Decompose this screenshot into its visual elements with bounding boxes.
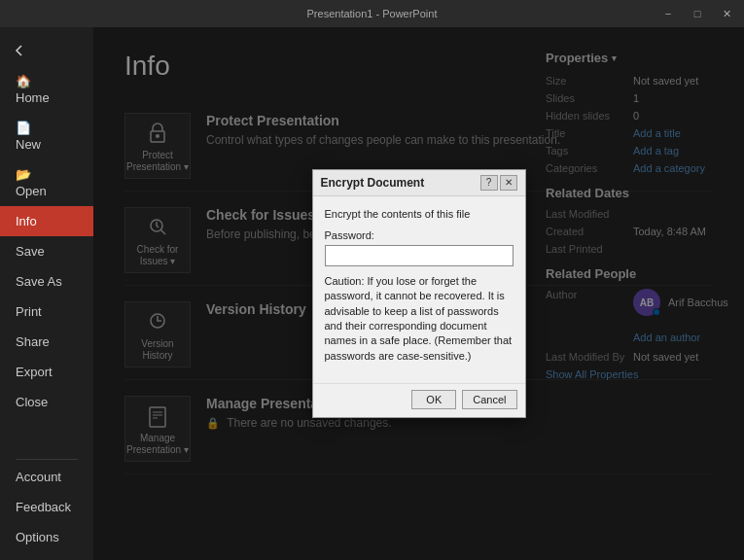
sidebar-label-info: Info: [16, 214, 37, 228]
dialog-titlebar: Encrypt Document ? ✕: [313, 170, 525, 196]
sidebar-label-close: Close: [16, 395, 48, 409]
sidebar-label-save: Save: [16, 244, 45, 259]
sidebar-item-save-as[interactable]: Save As: [0, 266, 93, 297]
minimize-button[interactable]: −: [655, 3, 682, 24]
sidebar-label-open: Open: [16, 184, 47, 198]
dialog-warning-text: Caution: If you lose or forget the passw…: [325, 274, 514, 364]
sidebar-label-share: Share: [16, 334, 50, 349]
sidebar: 🏠 Home 📄 New 📂 Open Info Save Save As Pr…: [0, 27, 93, 560]
sidebar-label-save-as: Save As: [16, 274, 62, 289]
topbar-title: Presentation1 - PowerPoint: [307, 8, 438, 19]
sidebar-spacer: [0, 417, 93, 457]
sidebar-item-export[interactable]: Export: [0, 357, 93, 387]
sidebar-item-share[interactable]: Share: [0, 327, 93, 357]
sidebar-item-print[interactable]: Print: [0, 297, 93, 327]
sidebar-item-close[interactable]: Close: [0, 387, 93, 417]
sidebar-item-options[interactable]: Options: [0, 522, 93, 552]
dialog-body: Encrypt the contents of this file Passwo…: [313, 196, 525, 383]
topbar: Presentation1 - PowerPoint − □ ✕: [0, 0, 744, 27]
sidebar-label-account: Account: [16, 470, 61, 484]
new-icon: 📄: [16, 121, 31, 135]
dialog-footer: OK Cancel: [313, 383, 525, 417]
sidebar-item-home[interactable]: 🏠 Home: [0, 66, 93, 113]
sidebar-item-save[interactable]: Save: [0, 236, 93, 266]
dialog-close-button[interactable]: ✕: [500, 175, 517, 191]
sidebar-item-feedback[interactable]: Feedback: [0, 492, 93, 522]
sidebar-label-options: Options: [16, 530, 59, 544]
back-icon: [12, 43, 27, 58]
dialog-controls: ? ✕: [480, 175, 517, 191]
dialog-password-input[interactable]: [325, 245, 514, 266]
main-layout: 🏠 Home 📄 New 📂 Open Info Save Save As Pr…: [0, 27, 744, 560]
sidebar-label-home: Home: [16, 90, 50, 105]
dialog-help-button[interactable]: ?: [480, 175, 498, 191]
content-area: Info ProtectPresentation ▾ Protect Prese…: [93, 27, 744, 560]
dialog-title: Encrypt Document: [321, 176, 425, 190]
sidebar-label-export: Export: [16, 365, 53, 379]
open-icon: 📂: [16, 167, 31, 182]
dialog-overlay: Encrypt Document ? ✕ Encrypt the content…: [93, 27, 744, 560]
dialog-password-label: Password:: [325, 229, 514, 241]
dialog-cancel-button[interactable]: Cancel: [462, 390, 516, 409]
topbar-controls: − □ ✕: [655, 3, 744, 24]
dialog-ok-button[interactable]: OK: [411, 390, 456, 409]
sidebar-back-button[interactable]: [0, 35, 93, 66]
sidebar-divider: [16, 459, 78, 460]
sidebar-item-open[interactable]: 📂 Open: [0, 159, 93, 206]
close-window-button[interactable]: ✕: [713, 3, 740, 24]
sidebar-item-new[interactable]: 📄 New: [0, 113, 93, 159]
sidebar-bottom: Account Feedback Options: [0, 462, 93, 560]
maximize-button[interactable]: □: [684, 3, 711, 24]
home-icon: 🏠: [16, 74, 31, 88]
dialog-body-text: Encrypt the contents of this file: [325, 208, 514, 220]
sidebar-label-new: New: [16, 137, 41, 152]
sidebar-item-account[interactable]: Account: [0, 462, 93, 492]
encrypt-dialog: Encrypt Document ? ✕ Encrypt the content…: [312, 169, 526, 418]
sidebar-item-info[interactable]: Info: [0, 206, 93, 236]
sidebar-label-feedback: Feedback: [16, 500, 71, 514]
sidebar-label-print: Print: [16, 304, 42, 319]
